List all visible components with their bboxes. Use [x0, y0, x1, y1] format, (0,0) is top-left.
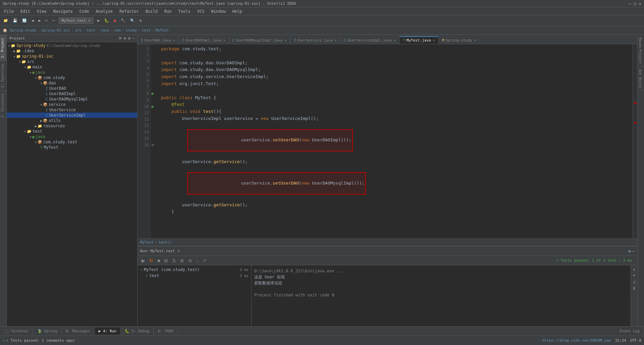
nav-mytest[interactable]: MyTest	[156, 28, 169, 32]
collapse-all-button[interactable]: ⊖	[187, 257, 194, 264]
menu-code[interactable]: Code	[77, 8, 92, 14]
nav-study[interactable]: study	[126, 28, 137, 32]
tree-item-spring-01-ioc[interactable]: ▾ 📁 spring-01-ioc	[7, 54, 137, 59]
maximize-button[interactable]: □	[634, 1, 636, 6]
gear-icon[interactable]: ⚙	[128, 36, 130, 41]
tab-close-icon[interactable]: ×	[394, 39, 396, 42]
rerun-failed-button[interactable]: ↻	[148, 257, 155, 264]
tab-userdao[interactable]: I UserDAO.java ×	[138, 37, 179, 44]
nav-test2[interactable]: test	[142, 28, 151, 32]
nav-spring-study[interactable]: 🏠 Spring-study	[3, 28, 36, 32]
sort-button[interactable]: ⇅	[171, 257, 177, 264]
rerun-button[interactable]: ▶	[140, 257, 147, 264]
tree-item-idea[interactable]: ▶ 📁 .idea	[7, 48, 137, 54]
scroll-to-failed-button[interactable]: ↓	[195, 257, 200, 264]
toolbar-back-btn[interactable]: ◀	[30, 18, 36, 23]
tab-userservice[interactable]: I UserService.java ×	[290, 37, 341, 44]
tree-item-userservice[interactable]: I UserService	[7, 107, 137, 113]
nav-test[interactable]: test	[87, 28, 96, 32]
tree-item-userdao[interactable]: I UserDAO	[7, 86, 137, 91]
tab-close-icon[interactable]: ×	[284, 39, 286, 42]
build-button[interactable]: 🔨	[119, 18, 127, 23]
close-button[interactable]: ✕	[639, 1, 641, 6]
menu-view[interactable]: View	[34, 8, 49, 14]
nav-com[interactable]: com	[114, 28, 121, 32]
export-button[interactable]: ↗	[201, 257, 208, 264]
tab-spring-study[interactable]: M Spring-study ×	[439, 37, 480, 44]
status-csdn-link[interactable]: https://blog.csdn.net/DREAM_yao	[542, 338, 611, 343]
tab-mytest[interactable]: T MyTest.java ×	[399, 36, 439, 44]
scroll-up-btn[interactable]: ▲	[631, 267, 637, 272]
tab-todo[interactable]: 6: TODO	[154, 328, 177, 335]
tree-item-resources[interactable]: ▶ 📁 resources	[7, 123, 137, 129]
toolbar-redo-btn[interactable]: ↪	[50, 18, 57, 23]
settings-button[interactable]: ⚙	[138, 18, 144, 23]
tab-userdaomysqlimpl[interactable]: C UserDAOMysqlImpl.java ×	[229, 37, 290, 44]
tree-item-utils[interactable]: ▶ 📦 utils	[7, 118, 137, 123]
menu-run[interactable]: Run	[162, 8, 174, 14]
print-btn[interactable]: 🖨	[631, 279, 637, 284]
tab-close-icon[interactable]: ×	[433, 39, 435, 42]
tree-item-mytest[interactable]: T MyTest	[7, 145, 137, 150]
stop-run-button[interactable]: ■	[156, 257, 161, 264]
tab-spring[interactable]: 🍃 Spring	[33, 328, 62, 335]
tab-close-icon[interactable]: ×	[223, 39, 225, 42]
tab-run[interactable]: ▶ 4: Run	[95, 328, 121, 335]
panel-maven[interactable]: Maven Project	[638, 35, 644, 67]
tab-userdaoimpl[interactable]: C UserDAOImpl.java ×	[179, 37, 229, 44]
tree-item-test-java[interactable]: ▾ ▣ java	[7, 134, 137, 139]
debug-button[interactable]: 🐛	[102, 18, 111, 23]
menu-refactor[interactable]: Refactor	[117, 8, 142, 14]
project-panel-actions[interactable]: ⟳ ≡ ⚙ −	[119, 36, 135, 41]
tree-item-src[interactable]: ▾ 📁 src	[7, 59, 137, 64]
close-run-tab[interactable]: ×	[177, 249, 180, 253]
toolbar-forward-btn[interactable]: ▶	[37, 18, 43, 23]
tab-debug[interactable]: 🐛 5: Debug	[121, 328, 154, 335]
panel-favorites[interactable]: 2: Favorites	[0, 61, 6, 90]
fold-gutter-icon[interactable]: ⊖	[152, 142, 158, 148]
breadcrumb-test[interactable]: test()	[158, 240, 172, 245]
search-everywhere-btn[interactable]: 🔍	[128, 18, 137, 23]
code-content[interactable]: package com.study.test; import com.study…	[158, 44, 633, 238]
toolbar-save-btn[interactable]: 💾	[11, 18, 19, 23]
minimize-panel-icon[interactable]: −	[632, 249, 635, 254]
menu-edit[interactable]: Edit	[18, 8, 33, 14]
stop-button[interactable]: ■	[112, 18, 118, 23]
tab-close-icon[interactable]: ×	[173, 39, 175, 42]
tree-item-main[interactable]: ▾ 📁 main	[7, 64, 137, 70]
expand-all-button[interactable]: ⊕	[179, 257, 185, 264]
tree-item-service[interactable]: ▾ 📦 service	[7, 102, 137, 107]
tree-item-userdaomysqlimpl[interactable]: C UserDAOMysqlImpl	[7, 96, 137, 102]
tree-item-com-study[interactable]: ▾ 📦 com.study	[7, 75, 137, 80]
clear-btn[interactable]: 🗑	[631, 286, 637, 291]
settings-panel-icon[interactable]: ⚙	[629, 249, 631, 254]
tree-item-com-study-test[interactable]: ▾ 📦 com.study.test	[7, 139, 137, 145]
menu-file[interactable]: File	[1, 8, 16, 14]
nav-src[interactable]: src	[75, 28, 82, 32]
test-tree-test[interactable]: ✓ test 3 ms	[139, 273, 250, 279]
tab-userserviceimpl[interactable]: C UserServiceImpl.java ×	[340, 37, 399, 44]
window-controls[interactable]: — □ ✕	[629, 1, 641, 6]
test-tree-mytest[interactable]: ✓ MyTest (com.study.test) 3 ms	[139, 267, 250, 273]
tab-terminal[interactable]: ⬛ Terminal	[0, 328, 33, 335]
restore-layout-button[interactable]: ⊞	[163, 257, 169, 264]
menu-navigate[interactable]: Navigate	[51, 8, 75, 14]
tree-item-spring-study[interactable]: ▾ 📁 Spring-study E:\JavaCode\Spring-stud…	[7, 43, 137, 48]
tree-item-dao[interactable]: ▾ 📦 dao	[7, 80, 137, 86]
close-panel-icon[interactable]: −	[132, 36, 135, 41]
panel-project[interactable]: 1: Project	[0, 35, 6, 61]
run-config-selector[interactable]: MyTest.test ▾	[59, 17, 94, 24]
tree-item-userdaoimpl[interactable]: C UserDAOImpl	[7, 91, 137, 96]
toolbar-undo-btn[interactable]: ↩	[43, 18, 50, 23]
menu-help[interactable]: Help	[230, 8, 245, 14]
nav-java[interactable]: java	[100, 28, 109, 32]
menu-build[interactable]: Build	[143, 8, 160, 14]
tree-item-test-folder[interactable]: ▾ 📁 test	[7, 129, 137, 134]
sync-icon[interactable]: ⟳	[119, 36, 122, 41]
tab-close-icon[interactable]: ×	[335, 39, 337, 42]
run-button[interactable]: ▶	[96, 18, 102, 23]
run-class-gutter-icon[interactable]: ▶	[152, 90, 158, 97]
scroll-down-btn[interactable]: ▼	[631, 273, 637, 278]
run-method-gutter-icon[interactable]: ▶	[152, 104, 158, 110]
minimize-button[interactable]: —	[629, 1, 631, 6]
